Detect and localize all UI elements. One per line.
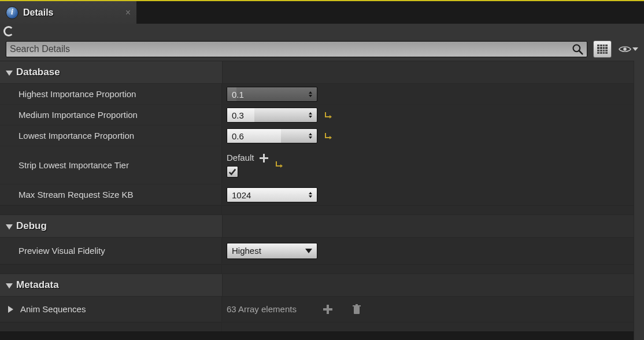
svg-marker-13 — [309, 195, 312, 198]
section-spacer — [0, 205, 644, 215]
highest-importance-input[interactable]: 0.1 — [227, 87, 317, 102]
value-text: 1024 — [232, 190, 251, 199]
svg-marker-6 — [309, 116, 312, 118]
property-label: Lowest Importance Proportion — [0, 125, 222, 146]
property-value: 0.3 — [222, 105, 644, 125]
eye-icon — [619, 45, 631, 53]
max-stream-request-input[interactable]: 1024 — [227, 187, 317, 202]
svg-line-1 — [579, 51, 583, 54]
collapse-icon — [6, 71, 13, 76]
default-label: Default — [227, 153, 254, 162]
search-toolbar — [0, 39, 644, 61]
section-spacer — [0, 264, 644, 274]
search-box[interactable] — [6, 41, 587, 57]
property-value: 1024 — [222, 184, 644, 205]
array-clear-button[interactable] — [352, 304, 361, 315]
section-rows-debug: Preview Visual Fidelity Highest — [0, 238, 644, 274]
tab-details[interactable]: Details × — [0, 1, 136, 24]
section-header-database[interactable]: Database — [0, 61, 644, 84]
section-title: Debug — [16, 220, 47, 232]
property-label: Preview Visual Fidelity — [0, 238, 222, 264]
svg-marker-3 — [309, 91, 312, 94]
svg-rect-14 — [354, 306, 360, 314]
section-header-debug[interactable]: Debug — [0, 215, 644, 238]
property-label: Strip Lowest Importance Tier — [0, 146, 222, 184]
svg-marker-7 — [330, 115, 332, 119]
property-label: Max Stream Request Size KB — [0, 184, 222, 205]
property-label: Highest Importance Proportion — [0, 84, 222, 104]
reset-to-default-button[interactable] — [274, 160, 283, 169]
spinner-icon[interactable] — [306, 111, 314, 119]
section-title: Database — [16, 66, 60, 78]
value-text: 0.1 — [232, 89, 244, 99]
reset-to-default-button[interactable] — [323, 110, 332, 120]
spinner-icon[interactable] — [306, 132, 314, 140]
right-gutter — [634, 61, 644, 340]
chevron-down-icon — [305, 249, 312, 253]
value-text: 0.6 — [232, 131, 244, 141]
collapse-icon — [6, 283, 13, 289]
row-medium-importance: Medium Importance Proportion 0.3 — [0, 105, 644, 125]
property-value: 0.6 — [222, 125, 644, 146]
section-rows-metadata: Anim Sequences 63 Array elements — [0, 297, 644, 331]
property-value: Default — [222, 146, 644, 184]
property-value: 0.1 — [222, 84, 644, 104]
property-value: 63 Array elements — [222, 297, 644, 321]
spinner-icon[interactable] — [306, 90, 314, 98]
row-max-stream-request: Max Stream Request Size KB 1024 — [0, 184, 644, 205]
row-preview-fidelity: Preview Visual Fidelity Highest — [0, 238, 644, 264]
svg-marker-9 — [309, 136, 312, 139]
spinner-icon[interactable] — [306, 191, 314, 199]
add-icon[interactable] — [259, 153, 268, 162]
reset-to-default-button[interactable] — [323, 131, 332, 141]
close-icon[interactable]: × — [125, 8, 131, 18]
view-options-dropdown[interactable] — [617, 45, 639, 53]
section-header-metadata[interactable]: Metadata — [0, 274, 644, 297]
section-spacer — [0, 322, 644, 331]
value-text: 0.3 — [232, 110, 244, 120]
row-anim-sequences: Anim Sequences 63 Array elements — [0, 297, 644, 322]
svg-marker-10 — [330, 136, 332, 139]
svg-marker-4 — [309, 95, 312, 97]
svg-rect-15 — [353, 305, 361, 306]
svg-marker-12 — [309, 192, 312, 194]
preview-fidelity-dropdown[interactable]: Highest — [227, 243, 317, 259]
array-count-text: 63 Array elements — [227, 304, 297, 314]
tab-title: Details — [23, 8, 125, 18]
section-rows-database: Highest Importance Proportion 0.1 Medium… — [0, 84, 644, 215]
section-title: Metadata — [16, 279, 59, 291]
details-panel: Database Highest Importance Proportion 0… — [0, 61, 644, 331]
property-matrix-button[interactable] — [593, 40, 612, 58]
svg-rect-16 — [356, 304, 358, 305]
medium-importance-input[interactable]: 0.3 — [227, 108, 317, 123]
search-input[interactable] — [10, 44, 572, 54]
row-highest-importance: Highest Importance Proportion 0.1 — [0, 84, 644, 105]
loading-row — [0, 24, 644, 39]
svg-marker-5 — [309, 112, 312, 114]
row-strip-lowest: Strip Lowest Importance Tier Default — [0, 146, 644, 184]
svg-point-2 — [623, 47, 627, 51]
property-value: Highest — [222, 238, 644, 264]
expand-icon — [8, 306, 13, 313]
property-label: Anim Sequences — [20, 304, 86, 314]
collapse-icon — [6, 224, 13, 230]
lowest-importance-input[interactable]: 0.6 — [227, 128, 317, 143]
svg-marker-8 — [309, 133, 312, 135]
matrix-icon — [597, 45, 608, 54]
dropdown-value: Highest — [232, 246, 261, 256]
strip-lowest-checkbox[interactable] — [227, 166, 238, 178]
chevron-down-icon — [632, 47, 638, 51]
row-lowest-importance: Lowest Importance Proportion 0.6 — [0, 125, 644, 146]
info-icon — [6, 6, 18, 19]
property-label-expandable[interactable]: Anim Sequences — [0, 297, 222, 321]
svg-marker-11 — [280, 164, 283, 168]
loading-spinner-icon — [3, 26, 14, 36]
search-icon — [572, 43, 583, 55]
property-label: Medium Importance Proportion — [0, 105, 222, 125]
array-add-button[interactable] — [323, 305, 332, 314]
tab-bar: Details × — [0, 0, 644, 24]
